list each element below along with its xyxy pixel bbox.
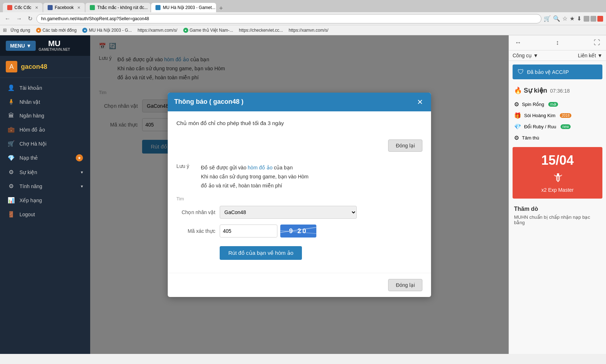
sidebar-item-label-tinhnang: Tính năng [19, 183, 42, 189]
main-content: 📅 🔄 Lưu ý Đồ sẽ được gửi vào hòm đồ ảo c… [90, 35, 509, 354]
modal-note-link[interactable]: hòm đồ ảo [248, 165, 273, 170]
modal-close-x[interactable]: ✕ [416, 98, 425, 106]
homdo-icon: 💼 [7, 126, 15, 133]
sidebar-item-napthe[interactable]: 💎 Nạp thẻ ★ [0, 151, 90, 165]
tab-coc-coc[interactable]: Cốc Cốc ✕ [3, 3, 43, 12]
bookmark-muhanoi[interactable]: ● MU Hà Nội 2003 - G... [80, 27, 134, 34]
sidebar-item-label-nganhang: Ngân hàng [19, 113, 44, 119]
logout-icon: 🚪 [7, 211, 15, 218]
links-link[interactable]: Liên kết ▼ [578, 53, 602, 58]
bookmark-icon[interactable]: ★ [570, 15, 575, 22]
new-tab-button[interactable]: + [217, 5, 225, 12]
bookmark-xamvn1[interactable]: https://xamvn.com/s/ [135, 27, 179, 34]
tab-label-coccoc: Cốc Cốc [14, 5, 31, 10]
menu-button[interactable]: MENU ▼ [6, 41, 36, 51]
modal-captcha-image[interactable]: 9 20 [280, 225, 316, 238]
tab-label-muhanoi: MU Hà Nội 2003 - Gamet... [163, 5, 215, 10]
bookmark-label-xamvn1: https://xamvn.com/s/ [137, 28, 177, 33]
modal-submit-button[interactable]: Rút đồ của bạn về hòm ảo [220, 246, 302, 260]
fire-icon: 🔥 [514, 87, 522, 94]
sidebar-item-logout[interactable]: 🚪 Logout [0, 207, 90, 221]
ruby-badge: new [561, 124, 571, 129]
event-soi-hoang-kim[interactable]: 🎁 Sói Hoàng Kim 2018 [509, 110, 606, 121]
sidebar-item-taikhoan[interactable]: 👤 Tài khoản [0, 81, 90, 95]
browser-chrome: Cốc Cốc ✕ Facebook ✕ Thắc mắc - không rú… [0, 0, 606, 35]
bookmark-xamvn2[interactable]: https://xamvn.com/s/ [286, 27, 330, 34]
event-spin-rong[interactable]: ⚙ Spin Rồng mới [509, 99, 606, 110]
tab-favicon-facebook [48, 5, 53, 10]
sidebar-item-sukien[interactable]: ⚙ Sự kiện ▾ [0, 165, 90, 179]
modal-close-btn-top[interactable]: Đóng lại [388, 139, 422, 152]
bookmark-checkerviet[interactable]: https://checkerviet.cc... [237, 27, 285, 34]
tab-thacmac[interactable]: Thắc mắc - không rút đc... ✕ [85, 3, 150, 12]
tab-label-thacmac: Thắc mắc - không rút đc... [97, 5, 148, 10]
bookmark-icon-gamethuvn: ● [183, 28, 188, 33]
bookmark-label-checkerviet: https://checkerviet.cc... [239, 28, 283, 33]
tab-facebook[interactable]: Facebook ✕ [43, 3, 85, 12]
diamond-icon: 💎 [514, 123, 521, 130]
event-tam-thu[interactable]: ⚙ Tâm thù [509, 132, 606, 143]
tab-close-facebook[interactable]: ✕ [77, 5, 80, 10]
sidebar-item-nhanvat[interactable]: 🧍 Nhân vật [0, 95, 90, 109]
star-icon[interactable]: ☆ [562, 15, 567, 22]
modal-note-line2: Khi nào cần sử dụng trong game, bạn vào … [201, 172, 308, 181]
xephang-icon: 📊 [7, 197, 15, 204]
apps-icon[interactable]: ⊞ [3, 27, 7, 33]
bookmark-icon-muhanoi: ● [82, 28, 87, 33]
sukien-icon: ⚙ [7, 169, 15, 176]
sidebar-item-label-napthe: Nạp thẻ [19, 155, 38, 161]
refresh-button[interactable]: ↻ [26, 14, 34, 23]
bookmark-ungdung[interactable]: Ứng dụng [8, 27, 32, 34]
promo-banner: 15/04 🗡 x2 Exp Master [513, 147, 602, 199]
download-icon[interactable]: ⬇ [577, 15, 581, 22]
bookmark-cactab[interactable]: ● Các tab mới đồng [34, 27, 79, 34]
bookmark-icon-cactab: ● [36, 28, 41, 33]
forward-button[interactable]: → [14, 15, 24, 23]
modal-close-btn-bottom[interactable]: Đóng lại [388, 279, 422, 291]
modal-status: Tim [176, 196, 184, 201]
tools-link[interactable]: Công cụ ▼ [513, 53, 538, 58]
modal-close-bottom-label: Đóng lại [396, 282, 415, 288]
modal-note-line3: đồ ảo và rút về, hoàn toàn miễn phí [201, 181, 308, 190]
sidebar-header: MENU ▼ MU GAMETHUVN.NET [0, 35, 90, 56]
event-doi-ruby[interactable]: 💎 Đổi Ruby / Ruu new [509, 121, 606, 132]
tab-close-coccoc[interactable]: ✕ [35, 5, 38, 10]
arrow-down-button[interactable]: ↕ [554, 38, 561, 47]
modal-captcha-input[interactable] [220, 225, 277, 238]
modal-dialog: Thông báo ( gacon48 ) ✕ Chủ món đồ chỉ c… [168, 93, 431, 297]
modal-header: Thông báo ( gacon48 ) ✕ [168, 93, 431, 111]
modal-character-select[interactable]: GaCon48 [220, 206, 357, 219]
bookmark-label-cactab: Các tab mới đồng [43, 28, 77, 33]
modal-body: Chủ món đồ chỉ cho phép thuê tối đa 3 ng… [168, 111, 431, 139]
right-header-tools: Công cụ ▼ Liên kết ▼ [509, 50, 606, 61]
sidebar-item-tinhnang[interactable]: ⚙ Tính năng ▾ [0, 179, 90, 193]
spin-rong-label: Spin Rồng [522, 102, 544, 107]
window-controls [584, 16, 603, 22]
back-button[interactable]: ← [3, 15, 12, 23]
sidebar-item-homdo[interactable]: 💼 Hòm đồ ảo [0, 123, 90, 137]
close-button[interactable] [597, 16, 603, 22]
address-bar[interactable] [36, 14, 541, 23]
fullscreen-button[interactable]: ⛶ [592, 38, 602, 47]
search-icon[interactable]: 🔍 [553, 15, 560, 22]
site-logo-name: GAMETHUVN.NET [39, 48, 70, 52]
tab-muhanoi[interactable]: MU Hà Nội 2003 - Gamet... ✕ [151, 3, 216, 12]
bookmark-label-xamvn2: https://xamvn.com/s/ [289, 28, 328, 33]
sidebar-item-xephang[interactable]: 📊 Xếp hạng [0, 193, 90, 207]
bookmark-label-ungdung: Ứng dụng [10, 28, 30, 33]
sidebar-item-nganhang[interactable]: 🏛 Ngân hàng [0, 109, 90, 123]
sidebar-item-cho[interactable]: 🛒 Chợ Hà Nội [0, 137, 90, 151]
tamthu-icon: ⚙ [514, 134, 519, 141]
modal-overlay: Thông báo ( gacon48 ) ✕ Chủ món đồ chỉ c… [90, 35, 509, 354]
modal-captcha-row: Mã xác thực 9 20 [176, 225, 422, 238]
acc-protected-button[interactable]: 🛡 Đã bảo vệ ACC/IP [513, 65, 602, 79]
bookmark-gamethuvn[interactable]: ● Game thủ Việt Nam-... [181, 27, 236, 34]
maximize-button[interactable] [590, 16, 596, 22]
modal-captcha-container: 9 20 [220, 225, 316, 238]
modal-captcha-text: 9 20 [289, 227, 307, 235]
cart-icon[interactable]: 🛒 [544, 15, 551, 22]
arrow-left-button[interactable]: ↔ [513, 38, 523, 47]
sidebar-item-label-cho: Chợ Hà Nội [19, 141, 47, 147]
minimize-button[interactable] [584, 16, 589, 22]
tham-do-section: Thăm dò MUHN chuẩn bị chấp nhận nạp bạc … [509, 202, 606, 229]
